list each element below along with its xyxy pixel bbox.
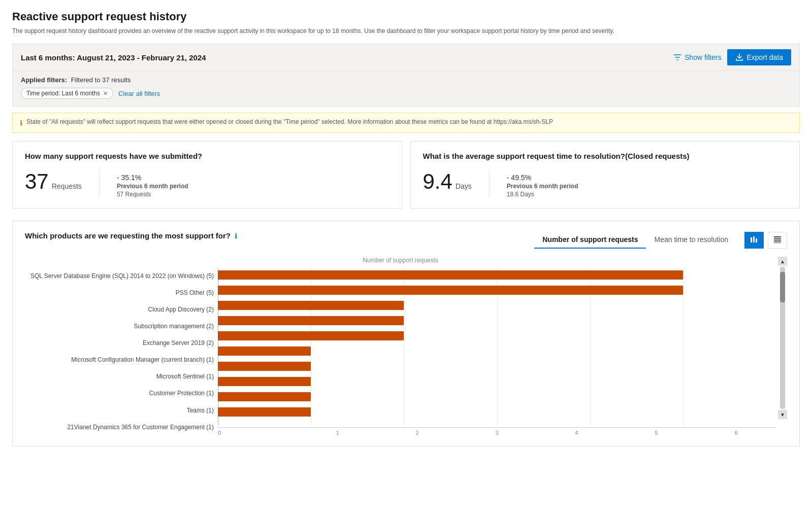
x-tick: 4 xyxy=(537,428,616,436)
svg-rect-4 xyxy=(774,238,781,239)
chart-tabs: Number of support requests Mean time to … xyxy=(534,231,736,249)
table-icon-button[interactable] xyxy=(768,232,787,249)
bar[interactable] xyxy=(218,301,404,310)
x-tick: 3 xyxy=(457,428,537,436)
clear-all-filters-button[interactable]: Clear all filters xyxy=(118,90,160,97)
x-tick: 6 xyxy=(696,428,776,436)
bar[interactable] xyxy=(218,331,404,340)
bar[interactable] xyxy=(218,407,311,417)
kpi-card-requests: How many support requests have we submit… xyxy=(12,141,402,209)
kpi-card-resolution: What is the average support request time… xyxy=(410,141,800,209)
chart-y-label: Teams (1) xyxy=(25,403,214,418)
bar-row xyxy=(218,374,776,389)
tab-number-requests[interactable]: Number of support requests xyxy=(534,231,646,249)
bar[interactable] xyxy=(218,270,683,280)
bar-row xyxy=(218,390,776,404)
bar[interactable] xyxy=(218,362,311,371)
bar-chart-icon-button[interactable] xyxy=(744,232,764,249)
kpi2-main: 9.4 Days xyxy=(423,169,472,194)
bar-chart-icon xyxy=(750,235,758,244)
scroll-up-button[interactable]: ▲ xyxy=(778,257,787,266)
export-data-button[interactable]: Export data xyxy=(727,49,791,65)
filter-chips-row: Time period: Last 6 months ✕ Clear all f… xyxy=(21,88,791,99)
bar-row xyxy=(218,314,776,328)
chart-y-labels: SQL Server Database Engine (SQL) 2014 to… xyxy=(25,268,218,436)
scroll-thumb xyxy=(780,272,785,302)
page-description: The support request history dashboard pr… xyxy=(12,26,800,36)
kpi2-question: What is the average support request time… xyxy=(423,152,788,160)
chart-title-area: Which products are we requesting the mos… xyxy=(25,231,237,240)
bar[interactable] xyxy=(218,347,311,356)
chart-y-label: Microsoft Sentinel (1) xyxy=(25,370,214,384)
kpi2-prev-value: 18.6 Days xyxy=(507,191,578,198)
bar[interactable] xyxy=(218,286,683,295)
x-tick: 0 xyxy=(218,428,298,436)
bar[interactable] xyxy=(218,377,311,386)
kpi2-unit: Days xyxy=(456,182,472,190)
chip-label: Time period: Last 6 months xyxy=(26,90,100,97)
chart-y-label: PSS Other (5) xyxy=(25,286,214,300)
bar-row xyxy=(218,359,776,373)
bar[interactable] xyxy=(218,316,404,325)
kpi1-main: 37 Requests xyxy=(25,169,82,194)
kpi2-change: - 49.5% xyxy=(507,174,578,182)
svg-rect-5 xyxy=(774,240,781,241)
scroll-controls: ▲ ▼ xyxy=(778,257,787,419)
info-icon: ℹ xyxy=(20,118,22,128)
kpi1-number: 37 xyxy=(25,169,49,194)
chart-y-label: Microsoft Configuration Manager (current… xyxy=(25,353,214,367)
bar-row xyxy=(218,298,776,313)
kpi-row: How many support requests have we submit… xyxy=(12,141,800,209)
date-bar: Last 6 months: August 21, 2023 - Februar… xyxy=(12,44,800,71)
export-icon xyxy=(735,53,743,61)
svg-rect-6 xyxy=(774,243,781,243)
chart-y-label: Cloud App Discovery (2) xyxy=(25,303,214,317)
bar[interactable] xyxy=(218,392,311,401)
bar-row xyxy=(218,344,776,358)
kpi2-prev-label: Previous 6 month period xyxy=(507,183,578,190)
chart-outer: Number of support requests SQL Server Da… xyxy=(25,257,787,436)
kpi1-prev-value: 57 Requests xyxy=(117,191,188,198)
kpi2-comparison: - 49.5% Previous 6 month period 18.6 Day… xyxy=(507,174,578,198)
chart-info-icon[interactable]: ℹ xyxy=(235,232,237,240)
svg-rect-1 xyxy=(753,236,755,243)
chart-y-label: 21Vianet Dynamics 365 for Customer Engag… xyxy=(25,420,214,434)
x-tick: 2 xyxy=(377,428,457,436)
bar-row xyxy=(218,405,776,419)
bar-row xyxy=(218,283,776,297)
chip-close-icon[interactable]: ✕ xyxy=(103,90,108,97)
x-tick: 1 xyxy=(298,428,377,436)
chart-y-label: Subscription management (2) xyxy=(25,320,214,334)
applied-filters-label: Applied filters: Filtered to 37 results xyxy=(21,76,791,84)
chart-y-label: SQL Server Database Engine (SQL) 2014 to… xyxy=(25,269,214,284)
kpi1-values: 37 Requests - 35.1% Previous 6 month per… xyxy=(25,169,389,198)
time-period-chip[interactable]: Time period: Last 6 months ✕ xyxy=(21,88,113,99)
scroll-down-button[interactable]: ▼ xyxy=(778,410,787,419)
kpi1-divider xyxy=(99,169,100,198)
scroll-track xyxy=(780,267,785,409)
svg-rect-3 xyxy=(774,236,781,237)
tab-mean-time[interactable]: Mean time to resolution xyxy=(646,231,736,249)
chart-controls xyxy=(744,232,787,249)
chart-header: Which products are we requesting the mos… xyxy=(25,231,787,249)
kpi1-change: - 35.1% xyxy=(117,174,188,182)
table-icon xyxy=(773,235,782,244)
date-actions: Show filters Export data xyxy=(673,49,791,65)
chart-inner: Number of support requests SQL Server Da… xyxy=(25,257,776,436)
svg-rect-0 xyxy=(751,237,752,243)
filters-section: Applied filters: Filtered to 37 results … xyxy=(12,71,800,107)
kpi2-number: 9.4 xyxy=(423,169,452,194)
filtered-count: Filtered to 37 results xyxy=(71,76,131,84)
filter-icon xyxy=(673,53,681,61)
bar-row xyxy=(218,329,776,343)
info-banner-text: State of "All requests" will reflect sup… xyxy=(26,117,553,126)
svg-rect-2 xyxy=(756,238,757,243)
kpi1-question: How many support requests have we submit… xyxy=(25,152,389,160)
chart-y-axis-title: Number of support requests xyxy=(25,257,776,264)
page-title: Reactive support request history xyxy=(12,10,800,23)
chart-y-label: Exchange Server 2019 (2) xyxy=(25,336,214,351)
kpi1-unit: Requests xyxy=(52,182,82,190)
show-filters-button[interactable]: Show filters xyxy=(673,53,721,61)
info-banner: ℹ State of "All requests" will reflect s… xyxy=(12,113,800,133)
chart-content: SQL Server Database Engine (SQL) 2014 to… xyxy=(25,268,776,436)
